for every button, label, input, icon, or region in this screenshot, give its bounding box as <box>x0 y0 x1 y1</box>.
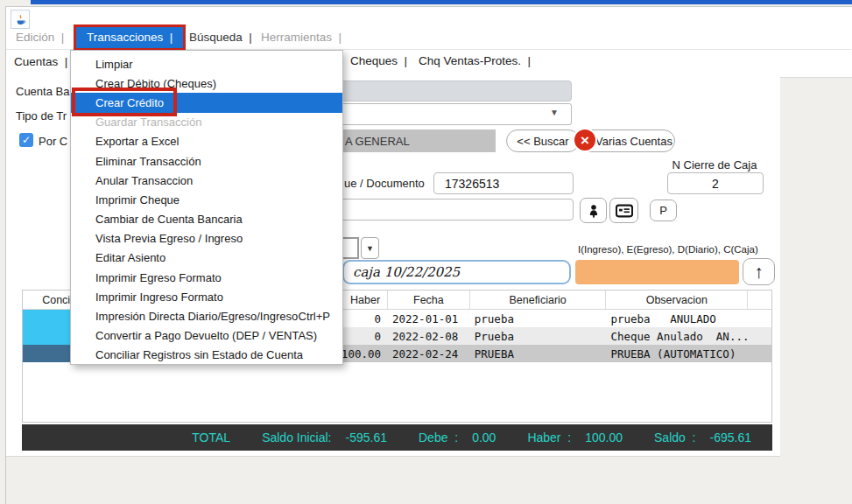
table-header-blank[interactable] <box>748 290 771 309</box>
menu-item-label: Vista Previa Egreso / Ingreso <box>95 232 243 245</box>
annotation-box-crear-credito <box>72 88 177 116</box>
cell-beneficiario[interactable]: PRUEBA <box>470 345 607 362</box>
por-cuenta-label: Por C <box>39 135 67 148</box>
menu-item-cambiar-de-cuenta-bancaria[interactable]: Cambiar de Cuenta Bancaria <box>71 210 342 229</box>
cell-haber[interactable]: 100.00 <box>343 345 388 362</box>
totals-bar: TOTAL Saldo Inicial:-595.61Debe :0.00Hab… <box>22 424 772 451</box>
menubar-item-transacciones[interactable]: Transacciones | <box>76 27 183 48</box>
menubar-item-busqueda[interactable]: Búsqueda | <box>189 31 252 44</box>
menu-item-eliminar-transaccion[interactable]: Eliminar Transacción <box>71 151 342 171</box>
total-saldo-inicial: Saldo Inicial:-595.61 <box>262 430 387 444</box>
cell-fecha[interactable]: 2022-02-08 <box>388 327 470 345</box>
tab-cheques[interactable]: Cheques | <box>350 54 407 67</box>
total-value: -595.61 <box>346 430 387 444</box>
menubar-item-edicion[interactable]: Edición | <box>16 31 64 44</box>
chevron-down-icon[interactable]: ▼ <box>361 237 379 259</box>
table-header-haber[interactable]: Haber <box>343 290 388 309</box>
menu-item-convertir-a-pago-devuelto-dep-ventas[interactable]: Convertir a Pago Devuelto (DEP / VENTAS) <box>71 326 342 346</box>
p-button[interactable]: P <box>650 200 677 221</box>
total-value: 100.00 <box>585 430 623 444</box>
total-label: Haber : <box>527 430 571 444</box>
menu-item-anular-transaccion[interactable]: Anular Transaccion <box>71 171 342 190</box>
id-card-button[interactable] <box>609 198 638 223</box>
id-card-icon <box>616 204 633 218</box>
cell-end[interactable] <box>748 327 771 345</box>
window-left-edge <box>5 456 6 504</box>
menu-item-imprimir-ingreso-formato[interactable]: Imprimir Ingreso Formato <box>71 287 342 306</box>
total-value: -695.61 <box>710 430 751 444</box>
total-label: Debe : <box>419 430 458 444</box>
menu-item-label: Cambiar de Cuenta Bancaria <box>95 213 243 226</box>
cell-observacion[interactable]: prueba ANULADO <box>606 310 748 327</box>
menu-item-limpiar[interactable]: Limpiar <box>71 54 342 74</box>
check-icon: ✓ <box>22 134 31 146</box>
tab-chq-ventas-protes[interactable]: Chq Ventas-Protes. | <box>419 54 531 67</box>
menu-item-label: Editar Asiento <box>95 251 165 264</box>
cell-fecha[interactable]: 2022-02-24 <box>388 345 470 362</box>
menu-item-shortcut: Ctrl+P <box>299 310 330 323</box>
menu-item-vista-previa-egreso-ingreso[interactable]: Vista Previa Egreso / Ingreso <box>71 229 342 248</box>
menu-item-editar-asiento[interactable]: Editar Asiento <box>71 248 342 268</box>
total-value: 0.00 <box>472 430 496 444</box>
menubar-item-herramientas[interactable]: Herramientas | <box>261 31 342 44</box>
cheque-documento-label: ue / Documento <box>344 177 425 190</box>
cell-observacion[interactable]: PRUEBA (AUTOMATICO) <box>606 345 748 362</box>
monto-highlight-field[interactable] <box>575 260 739 284</box>
total-saldo: Saldo :-695.61 <box>654 430 751 444</box>
up-arrow-icon: ↑ <box>754 262 764 283</box>
cell-haber[interactable]: 0 <box>343 327 388 345</box>
total-debe: Debe :0.00 <box>419 430 496 444</box>
cell-beneficiario[interactable]: Prueba <box>470 327 607 345</box>
tipo-transaccion-label: Tipo de Tr <box>16 109 67 122</box>
app-window: Edición | Transacciones | Búsqueda | Her… <box>0 0 852 504</box>
menu-item-impresion-directa-diario-egreso-ingreso[interactable]: Impresión Directa Diario/Egreso/IngresoC… <box>71 306 342 326</box>
menu-item-imprimir-cheque[interactable]: Imprimir Cheque <box>71 190 342 209</box>
cell-end[interactable] <box>748 310 771 327</box>
cell-beneficiario[interactable]: prueba <box>470 310 607 327</box>
table-header-observacion[interactable]: Observacion <box>606 290 748 309</box>
table-header-fecha[interactable]: Fecha <box>388 290 470 309</box>
chevron-down-icon: ▼ <box>550 108 559 117</box>
cell-fecha[interactable]: 2022-01-01 <box>388 310 470 327</box>
menu-item-conciliar-registros-sin-estado-de-cuenta[interactable]: Conciliar Registros sin Estado de Cuenta <box>71 346 342 365</box>
descripcion-date-input[interactable]: caja 10/22/2025 <box>342 260 571 284</box>
cell-haber[interactable]: 0 <box>343 310 388 327</box>
por-cuenta-checkbox[interactable]: ✓ <box>19 133 33 147</box>
n-cierre-caja-input[interactable]: 2 <box>667 172 764 194</box>
totals-title: TOTAL <box>192 430 230 444</box>
menu-item-label: Conciliar Registros sin Estado de Cuenta <box>95 348 303 361</box>
cheque-documento-input[interactable]: 17326513 <box>433 172 574 194</box>
cell-observacion[interactable]: Cheque Anulado AN... <box>606 327 748 345</box>
menu-item-label: Impresión Directa Diario/Egreso/Ingreso <box>95 310 298 323</box>
window-top-accent <box>31 0 852 4</box>
up-arrow-button[interactable]: ↑ <box>743 258 775 285</box>
menu-item-exportar-a-excel[interactable]: Exportar a Excel <box>71 132 342 151</box>
cuenta-bancaria-label: Cuenta Ba <box>16 85 69 98</box>
tab-cuentas[interactable]: Cuentas | <box>14 55 67 68</box>
menu-item-label: Limpiar <box>95 58 133 71</box>
total-haber: Haber :100.00 <box>527 430 623 444</box>
person-button[interactable] <box>580 198 607 223</box>
menu-item-label: Imprimir Ingreso Formato <box>95 290 223 304</box>
java-app-icon <box>11 10 30 29</box>
buscar-button[interactable]: << Buscar <box>506 130 580 152</box>
menu-item-label: Eliminar Transacción <box>95 155 201 168</box>
person-icon <box>586 203 602 219</box>
total-label: Saldo : <box>654 430 695 444</box>
menu-item-label: Guardar Transacción <box>95 116 201 129</box>
close-icon: × <box>573 128 597 152</box>
total-label: Saldo Inicial: <box>262 430 331 444</box>
caja-general-value: A GENERAL <box>345 135 410 148</box>
menu-item-label: Anular Transaccion <box>95 174 193 187</box>
menu-item-label: Exportar a Excel <box>95 135 179 148</box>
cell-end[interactable] <box>748 345 771 362</box>
n-cierre-caja-label: N Cierre de Caja <box>665 158 764 172</box>
tipo-legend-text: I(Ingreso), E(Egreso), D(Diario), C(Caja… <box>578 244 758 255</box>
menu-item-label: Imprimir Egreso Formato <box>95 271 222 284</box>
menu-item-imprimir-egreso-formato[interactable]: Imprimir Egreso Formato <box>71 268 342 287</box>
menu-item-label: Imprimir Cheque <box>95 193 180 206</box>
menu-item-label: Convertir a Pago Devuelto (DEP / VENTAS) <box>95 329 317 342</box>
table-header-beneficiario[interactable]: Beneficiario <box>470 290 607 309</box>
